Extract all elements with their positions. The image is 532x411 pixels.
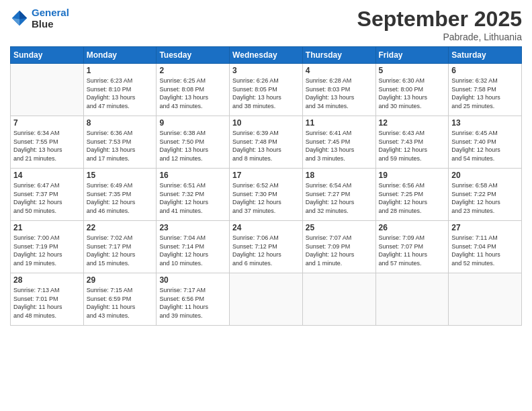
- day-number: 25: [306, 223, 373, 232]
- day-number: 17: [232, 171, 300, 180]
- calendar-cell: 9Sunrise: 6:38 AMSunset: 7:50 PMDaylight…: [157, 116, 230, 169]
- day-number: 13: [451, 118, 519, 128]
- day-number: 8: [87, 118, 154, 128]
- day-info: Sunrise: 6:54 AMSunset: 7:27 PMDaylight:…: [306, 181, 373, 215]
- calendar-cell: 23Sunrise: 7:04 AMSunset: 7:14 PMDayligh…: [157, 221, 230, 273]
- calendar-cell: 24Sunrise: 7:06 AMSunset: 7:12 PMDayligh…: [230, 221, 303, 273]
- calendar: Sunday Monday Tuesday Wednesday Thursday…: [10, 46, 522, 326]
- calendar-cell: [449, 273, 522, 326]
- week-row-1: 1Sunrise: 6:23 AMSunset: 8:10 PMDaylight…: [11, 64, 522, 116]
- day-info: Sunrise: 6:52 AMSunset: 7:30 PMDaylight:…: [232, 181, 300, 215]
- day-number: 28: [13, 275, 81, 285]
- day-info: Sunrise: 6:28 AMSunset: 8:03 PMDaylight:…: [306, 77, 373, 110]
- day-info: Sunrise: 6:25 AMSunset: 8:08 PMDaylight:…: [159, 77, 226, 110]
- calendar-cell: 11Sunrise: 6:41 AMSunset: 7:45 PMDayligh…: [302, 116, 375, 169]
- calendar-cell: 12Sunrise: 6:43 AMSunset: 7:43 PMDayligh…: [375, 116, 449, 169]
- day-info: Sunrise: 6:36 AMSunset: 7:53 PMDaylight:…: [87, 129, 154, 163]
- day-number: 7: [13, 118, 81, 128]
- day-info: Sunrise: 6:34 AMSunset: 7:55 PMDaylight:…: [13, 129, 81, 163]
- calendar-cell: 17Sunrise: 6:52 AMSunset: 7:30 PMDayligh…: [230, 169, 303, 221]
- day-number: 30: [159, 275, 226, 285]
- month-title: September 2025: [357, 7, 522, 32]
- calendar-cell: 29Sunrise: 7:15 AMSunset: 6:59 PMDayligh…: [83, 273, 157, 326]
- calendar-cell: [302, 273, 375, 326]
- day-number: 19: [379, 171, 446, 180]
- day-number: 20: [451, 171, 519, 180]
- week-row-2: 7Sunrise: 6:34 AMSunset: 7:55 PMDaylight…: [11, 116, 522, 169]
- day-number: 24: [232, 223, 300, 232]
- calendar-cell: 2Sunrise: 6:25 AMSunset: 8:08 PMDaylight…: [157, 64, 230, 116]
- calendar-cell: 25Sunrise: 7:07 AMSunset: 7:09 PMDayligh…: [302, 221, 375, 273]
- calendar-cell: 21Sunrise: 7:00 AMSunset: 7:19 PMDayligh…: [11, 221, 84, 273]
- day-number: 2: [159, 66, 226, 75]
- day-info: Sunrise: 7:02 AMSunset: 7:17 PMDaylight:…: [87, 234, 154, 267]
- logo: General Blue: [10, 7, 69, 30]
- calendar-cell: 19Sunrise: 6:56 AMSunset: 7:25 PMDayligh…: [375, 169, 449, 221]
- day-number: 15: [87, 171, 154, 180]
- calendar-cell: [230, 273, 303, 326]
- day-info: Sunrise: 6:32 AMSunset: 7:58 PMDaylight:…: [451, 77, 519, 110]
- day-number: 14: [13, 171, 81, 180]
- calendar-cell: 15Sunrise: 6:49 AMSunset: 7:35 PMDayligh…: [83, 169, 157, 221]
- day-info: Sunrise: 7:11 AMSunset: 7:04 PMDaylight:…: [451, 234, 519, 267]
- calendar-cell: 28Sunrise: 7:13 AMSunset: 7:01 PMDayligh…: [11, 273, 84, 326]
- day-info: Sunrise: 7:09 AMSunset: 7:07 PMDaylight:…: [379, 234, 446, 267]
- week-row-4: 21Sunrise: 7:00 AMSunset: 7:19 PMDayligh…: [11, 221, 522, 273]
- day-number: 4: [306, 66, 373, 75]
- calendar-cell: 3Sunrise: 6:26 AMSunset: 8:05 PMDaylight…: [230, 64, 303, 116]
- calendar-cell: 27Sunrise: 7:11 AMSunset: 7:04 PMDayligh…: [449, 221, 522, 273]
- calendar-cell: 7Sunrise: 6:34 AMSunset: 7:55 PMDaylight…: [11, 116, 84, 169]
- day-info: Sunrise: 7:06 AMSunset: 7:12 PMDaylight:…: [232, 234, 300, 267]
- day-info: Sunrise: 7:17 AMSunset: 6:56 PMDaylight:…: [159, 286, 226, 320]
- calendar-cell: [11, 64, 84, 116]
- week-row-3: 14Sunrise: 6:47 AMSunset: 7:37 PMDayligh…: [11, 169, 522, 221]
- calendar-cell: 30Sunrise: 7:17 AMSunset: 6:56 PMDayligh…: [157, 273, 230, 326]
- calendar-cell: 14Sunrise: 6:47 AMSunset: 7:37 PMDayligh…: [11, 169, 84, 221]
- day-number: 5: [379, 66, 446, 75]
- header-friday: Friday: [375, 47, 449, 64]
- calendar-cell: 22Sunrise: 7:02 AMSunset: 7:17 PMDayligh…: [83, 221, 157, 273]
- day-info: Sunrise: 6:23 AMSunset: 8:10 PMDaylight:…: [87, 77, 154, 110]
- day-info: Sunrise: 7:15 AMSunset: 6:59 PMDaylight:…: [87, 286, 154, 320]
- header-monday: Monday: [83, 47, 157, 64]
- logo-icon: [10, 9, 29, 28]
- header-saturday: Saturday: [449, 47, 522, 64]
- header-sunday: Sunday: [11, 47, 84, 64]
- day-number: 23: [159, 223, 226, 232]
- day-info: Sunrise: 6:58 AMSunset: 7:22 PMDaylight:…: [451, 181, 519, 215]
- day-info: Sunrise: 6:43 AMSunset: 7:43 PMDaylight:…: [379, 129, 446, 163]
- day-number: 6: [451, 66, 519, 75]
- day-info: Sunrise: 6:49 AMSunset: 7:35 PMDaylight:…: [87, 181, 154, 215]
- day-info: Sunrise: 6:38 AMSunset: 7:50 PMDaylight:…: [159, 129, 226, 163]
- day-number: 21: [13, 223, 81, 232]
- day-number: 3: [232, 66, 300, 75]
- day-info: Sunrise: 6:51 AMSunset: 7:32 PMDaylight:…: [159, 181, 226, 215]
- calendar-cell: 20Sunrise: 6:58 AMSunset: 7:22 PMDayligh…: [449, 169, 522, 221]
- calendar-cell: [375, 273, 449, 326]
- day-number: 27: [451, 223, 519, 232]
- week-row-5: 28Sunrise: 7:13 AMSunset: 7:01 PMDayligh…: [11, 273, 522, 326]
- header-tuesday: Tuesday: [157, 47, 230, 64]
- title-area: September 2025 Pabrade, Lithuania: [357, 7, 522, 42]
- calendar-cell: 1Sunrise: 6:23 AMSunset: 8:10 PMDaylight…: [83, 64, 157, 116]
- svg-marker-2: [12, 18, 19, 26]
- day-info: Sunrise: 6:30 AMSunset: 8:00 PMDaylight:…: [379, 77, 446, 110]
- day-number: 9: [159, 118, 226, 128]
- day-info: Sunrise: 6:47 AMSunset: 7:37 PMDaylight:…: [13, 181, 81, 215]
- calendar-cell: 18Sunrise: 6:54 AMSunset: 7:27 PMDayligh…: [302, 169, 375, 221]
- calendar-cell: 13Sunrise: 6:45 AMSunset: 7:40 PMDayligh…: [449, 116, 522, 169]
- calendar-cell: 16Sunrise: 6:51 AMSunset: 7:32 PMDayligh…: [157, 169, 230, 221]
- calendar-cell: 6Sunrise: 6:32 AMSunset: 7:58 PMDaylight…: [449, 64, 522, 116]
- day-info: Sunrise: 7:07 AMSunset: 7:09 PMDaylight:…: [306, 234, 373, 267]
- day-number: 12: [379, 118, 446, 128]
- day-number: 1: [87, 66, 154, 75]
- day-info: Sunrise: 7:00 AMSunset: 7:19 PMDaylight:…: [13, 234, 81, 267]
- day-number: 26: [379, 223, 446, 232]
- day-info: Sunrise: 6:39 AMSunset: 7:48 PMDaylight:…: [232, 129, 300, 163]
- day-number: 22: [87, 223, 154, 232]
- day-number: 10: [232, 118, 300, 128]
- logo-text: General Blue: [32, 7, 69, 30]
- day-info: Sunrise: 6:45 AMSunset: 7:40 PMDaylight:…: [451, 129, 519, 163]
- day-info: Sunrise: 7:13 AMSunset: 7:01 PMDaylight:…: [13, 286, 81, 320]
- weekday-header-row: Sunday Monday Tuesday Wednesday Thursday…: [11, 47, 522, 64]
